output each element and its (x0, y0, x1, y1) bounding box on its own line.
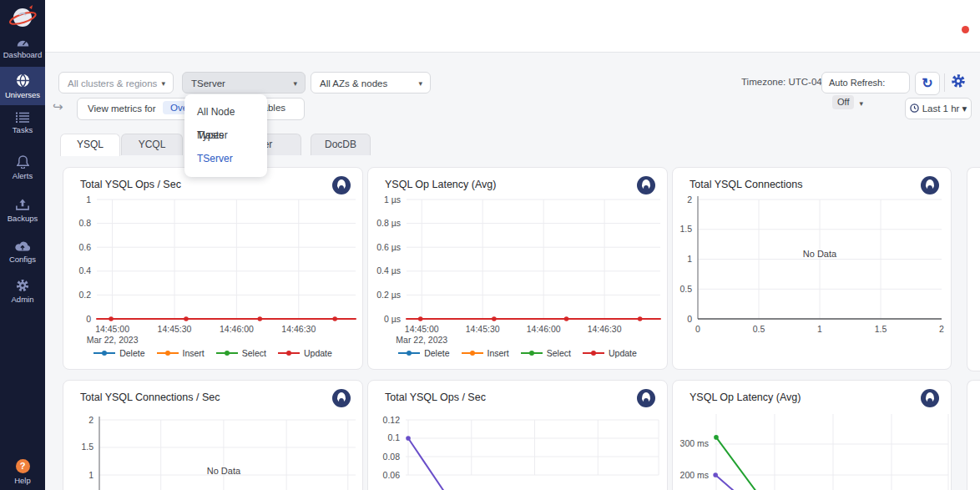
svg-text:Mar 22, 2023: Mar 22, 2023 (396, 335, 447, 345)
chevron-down-icon: ▾ (418, 73, 422, 94)
svg-text:1 µs: 1 µs (384, 194, 401, 205)
svg-text:0.4 µs: 0.4 µs (376, 265, 401, 275)
yba-metrics-page: { "colors": { "accent_orange": "#ee5222"… (0, 0, 980, 490)
svg-text:14:45:00: 14:45:00 (405, 324, 439, 334)
time-range-button[interactable]: Last 1 hr ▾ (905, 98, 972, 119)
svg-text:0.12: 0.12 (383, 415, 401, 425)
svg-text:0.08: 0.08 (383, 452, 401, 462)
svg-text:0.6 µs: 0.6 µs (376, 242, 401, 252)
planet-rocket-icon (8, 3, 37, 32)
sidebar: Dashboard Universes Tasks Alerts Backups (0, 0, 45, 490)
svg-text:0.4: 0.4 (78, 265, 91, 275)
admin-gear-icon (16, 279, 29, 292)
sidebar-item-label: Tasks (0, 125, 45, 134)
svg-text:0: 0 (695, 324, 700, 334)
metric-card: Total YSQL Connections / Sec 21.51No Dat… (63, 380, 363, 490)
svg-text:0.8: 0.8 (78, 218, 91, 228)
toolbar-divider (944, 73, 945, 92)
svg-text:0.8 µs: 0.8 µs (376, 218, 401, 228)
menu-item-all-node-types[interactable]: All Node Types (184, 100, 267, 124)
sidebar-item-universes[interactable]: Universes (0, 67, 45, 105)
sidebar-item-dashboard[interactable]: Dashboard (0, 37, 45, 59)
svg-text:300 ms: 300 ms (680, 438, 709, 448)
sidebar-item-label: Dashboard (0, 50, 45, 59)
metric-tab-ycql[interactable]: YCQL (121, 134, 183, 155)
app-logo[interactable] (0, 0, 45, 33)
svg-text:1.5: 1.5 (679, 224, 692, 234)
svg-text:14:46:00: 14:46:00 (220, 324, 254, 334)
metric-tab-ysql[interactable]: YSQL (60, 134, 120, 156)
sidebar-item-label: Admin (0, 295, 45, 304)
svg-text:Mar 22, 2023: Mar 22, 2023 (87, 335, 139, 345)
svg-text:14:46:30: 14:46:30 (281, 324, 316, 334)
chart-plot: 21.510.5000.511.52No Data (673, 168, 952, 371)
sidebar-item-help[interactable]: ? Help (0, 459, 45, 485)
svg-text:0.1: 0.1 (387, 432, 400, 442)
clusters-select-value: All clusters & regions (68, 78, 157, 88)
metric-card: YSQL Op Latency (Avg) 300 ms200 ms (672, 380, 952, 490)
sidebar-item-backups[interactable]: Backups (0, 199, 45, 223)
auto-refresh-label: Auto Refresh: (829, 78, 885, 88)
next-column-card-sliver (967, 167, 980, 371)
view-metrics-label: View metrics for (88, 104, 156, 114)
chart-plot: 300 ms200 ms (673, 381, 952, 490)
svg-text:0: 0 (86, 314, 91, 324)
sidebar-item-label: Configs (0, 255, 45, 264)
azs-nodes-select[interactable]: All AZs & nodes ▾ (311, 72, 431, 93)
svg-text:0.06: 0.06 (383, 470, 401, 480)
tasks-list-icon (16, 112, 29, 123)
svg-text:1.5: 1.5 (81, 442, 93, 452)
svg-text:0.2 µs: 0.2 µs (376, 290, 401, 300)
sidebar-item-tasks[interactable]: Tasks (0, 112, 45, 134)
svg-text:1: 1 (88, 470, 93, 480)
node-type-select[interactable]: TServer ▾ (182, 72, 306, 93)
chart-plot: 0.120.10.080.06 (368, 381, 669, 490)
timezone-label: Timezone: UTC-0400 (741, 77, 833, 87)
chevron-down-icon: ▾ (293, 73, 297, 94)
header (45, 0, 980, 53)
settings-button[interactable] (951, 73, 966, 92)
metric-tab-docdb[interactable]: DocDB (311, 134, 371, 155)
svg-text:2: 2 (939, 324, 944, 334)
svg-text:1: 1 (687, 254, 692, 264)
chart-plot: 10.80.60.40.2014:45:0014:45:3014:46:0014… (63, 168, 364, 371)
svg-text:No Data: No Data (207, 466, 241, 476)
svg-text:0.5: 0.5 (679, 284, 692, 294)
sidebar-item-configs[interactable]: Configs (0, 240, 45, 264)
svg-text:0.5: 0.5 (753, 324, 765, 334)
notification-dot (962, 26, 969, 33)
svg-text:1: 1 (86, 194, 91, 205)
auto-refresh-value: Off (832, 95, 854, 109)
alerts-bell-icon (17, 155, 29, 169)
node-type-select-value: TServer (191, 78, 225, 88)
chevron-down-icon: ▾ (161, 73, 165, 94)
clock-icon (910, 104, 919, 113)
metric-card: YSQL Op Latency (Avg) DeleteInsertSelect… (367, 167, 668, 370)
svg-text:1.5: 1.5 (875, 324, 887, 334)
metric-card: Total YSQL Ops / Sec 0.120.10.080.06 (367, 380, 668, 490)
refresh-button[interactable]: ↻ (915, 72, 940, 95)
time-range-value: Last 1 hr ▾ (922, 104, 967, 114)
configs-cloud-icon (15, 240, 30, 252)
sidebar-item-label: Alerts (0, 171, 45, 180)
svg-text:0.2: 0.2 (78, 290, 91, 300)
azs-select-value: All AZs & nodes (320, 78, 387, 88)
universes-globe-icon (16, 73, 30, 88)
auto-refresh-control[interactable]: Auto Refresh:Off▾ (821, 72, 910, 93)
svg-text:14:45:30: 14:45:30 (158, 324, 192, 334)
clusters-regions-select[interactable]: All clusters & regions ▾ (58, 72, 174, 93)
next-column-card-sliver (967, 380, 980, 490)
svg-text:14:45:00: 14:45:00 (95, 324, 129, 334)
help-question-icon: ? (16, 459, 30, 473)
metric-card: Total YSQL Ops / Sec DeleteInsertSelectU… (63, 167, 363, 370)
svg-text:2: 2 (88, 415, 93, 425)
sidebar-item-admin[interactable]: Admin (0, 279, 45, 304)
sidebar-item-label: Help (0, 476, 45, 485)
chart-plot: 1 µs0.8 µs0.6 µs0.4 µs0.2 µs0 µs14:45:00… (368, 168, 669, 371)
menu-item-tserver[interactable]: TServer (184, 147, 267, 170)
sidebar-item-alerts[interactable]: Alerts (0, 155, 45, 180)
svg-text:14:46:00: 14:46:00 (527, 324, 561, 334)
menu-item-master[interactable]: Master (184, 124, 267, 147)
svg-text:0 µs: 0 µs (384, 314, 401, 324)
svg-text:14:45:30: 14:45:30 (466, 324, 500, 334)
